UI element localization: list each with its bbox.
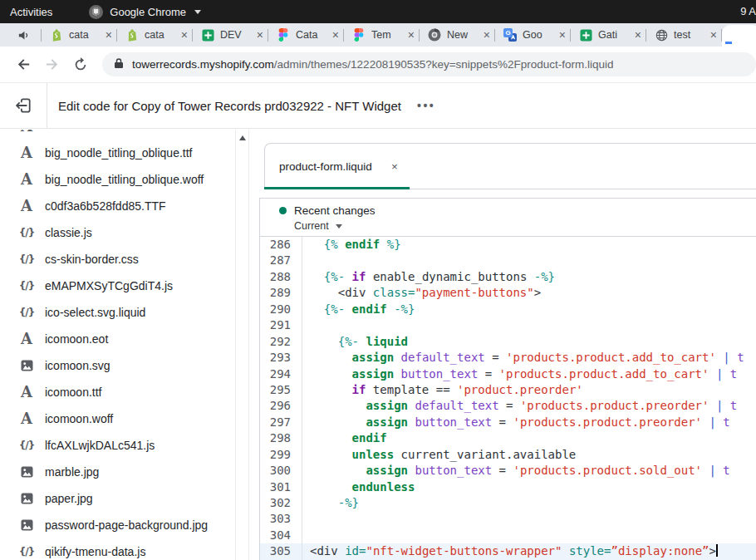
browser-tab[interactable]: DEV× bbox=[193, 23, 268, 47]
app-title-menu[interactable]: Google Chrome bbox=[89, 5, 201, 19]
url-bar[interactable]: towerrecords.myshopify.com/admin/themes/… bbox=[102, 52, 756, 76]
line-number: 290 bbox=[260, 302, 302, 317]
file-item[interactable]: {/}qikify-tmenu-data.js bbox=[0, 538, 235, 560]
code-file-icon: {/} bbox=[18, 307, 35, 317]
browser-tab[interactable]: Cata× bbox=[268, 23, 343, 47]
exit-code-editor-button[interactable] bbox=[0, 83, 47, 128]
file-name: password-page-background.jpg bbox=[45, 518, 208, 532]
line-number: 296 bbox=[260, 398, 302, 414]
code-line: 288 {%- if enable_dynamic_buttons -%} bbox=[260, 269, 756, 285]
font-file-icon: A bbox=[18, 385, 35, 400]
back-button[interactable] bbox=[16, 56, 32, 72]
code-line: 290 {%- endif -%} bbox=[260, 302, 756, 317]
line-number: 302 bbox=[260, 495, 302, 511]
tab-close-icon[interactable]: × bbox=[559, 29, 566, 41]
file-item[interactable]: Abig_noodle_titling_oblique.ttf bbox=[0, 140, 235, 166]
sidebar-scrollbar[interactable] bbox=[235, 130, 249, 560]
file-item[interactable]: Abig_noodle_titling_oblique.woff bbox=[0, 166, 235, 193]
file-item[interactable]: icomoon.svg bbox=[0, 352, 235, 379]
scroll-up-arrow-icon[interactable] bbox=[239, 135, 246, 140]
file-item[interactable]: Aicomoon.eot bbox=[0, 326, 235, 352]
code-text: {%- endif -%} bbox=[302, 302, 756, 317]
url-text: towerrecords.myshopify.com/admin/themes/… bbox=[132, 58, 613, 71]
file-item[interactable]: {/}ico-select.svg.liquid bbox=[0, 299, 235, 326]
image-file-icon bbox=[18, 519, 35, 531]
file-name: cs-skin-border.css bbox=[45, 253, 139, 266]
browser-tab-strip: cata×cata×DEV×Cata×Tem×New×GGoo×Gati×tes… bbox=[0, 23, 756, 47]
file-item[interactable]: {/}eMAPMXSyTCgGdiT4.js bbox=[0, 273, 235, 299]
tab-close-icon[interactable]: × bbox=[181, 29, 188, 41]
code-line: 302 -%} bbox=[260, 495, 756, 511]
tab-close-icon[interactable]: × bbox=[257, 29, 263, 41]
more-actions-button[interactable]: ••• bbox=[417, 99, 435, 112]
file-list: AAbig_noodle_titling_oblique.ttfAbig_noo… bbox=[0, 130, 235, 560]
browser-tab[interactable]: Gati× bbox=[571, 23, 646, 47]
file-name: icomoon.svg bbox=[45, 359, 110, 372]
browser-tab[interactable]: cata× bbox=[42, 23, 116, 47]
url-domain: towerrecords.myshopify.com bbox=[132, 58, 274, 71]
tab-close-icon[interactable]: × bbox=[484, 29, 490, 41]
line-number: 305 bbox=[260, 543, 302, 559]
file-item-partial[interactable]: A bbox=[0, 130, 235, 140]
editor-tab-close-icon[interactable]: × bbox=[391, 160, 398, 173]
recent-changes-panel: Recent changes Current bbox=[259, 198, 756, 237]
tab-close-icon[interactable]: × bbox=[710, 29, 717, 41]
code-text: assign button_text = 'products.product.p… bbox=[302, 415, 756, 430]
active-tab-underline bbox=[264, 187, 410, 189]
code-line: 299 unless current_variant.available bbox=[260, 447, 756, 463]
tab-label: Tem bbox=[371, 29, 402, 41]
code-line: 303 bbox=[260, 511, 756, 527]
line-number: 299 bbox=[260, 447, 302, 463]
file-item[interactable]: {/}cs-skin-border.css bbox=[0, 246, 235, 273]
browser-tab[interactable]: GGoo× bbox=[495, 23, 570, 47]
forward-button[interactable] bbox=[44, 56, 60, 72]
url-path: /admin/themes/122208190535?key=snippets%… bbox=[274, 58, 614, 71]
code-line: 287 bbox=[260, 253, 756, 268]
browser-tab-active-partial[interactable] bbox=[722, 25, 756, 47]
file-item[interactable]: Aicomoon.woff bbox=[0, 405, 235, 432]
tab-label: test bbox=[674, 29, 704, 41]
code-text: assign default_text = 'products.product.… bbox=[302, 398, 756, 414]
code-editor[interactable]: 286 {% endif %}287288 {%- if enable_dyna… bbox=[259, 237, 756, 560]
browser-tab[interactable]: Tem× bbox=[344, 23, 419, 47]
tab-label: DEV bbox=[220, 29, 251, 41]
file-item[interactable]: password-page-background.jpg bbox=[0, 512, 235, 538]
editor-tab-bar: product-form.liquid × bbox=[264, 143, 756, 189]
chrome-gray-icon bbox=[428, 28, 441, 42]
code-file-icon: {/} bbox=[18, 281, 35, 291]
version-dropdown[interactable]: Current bbox=[294, 220, 756, 232]
page-header: Edit code for Copy of Tower Records prd0… bbox=[0, 83, 756, 129]
activities-button[interactable]: Activities bbox=[10, 6, 52, 18]
reload-button[interactable] bbox=[73, 57, 88, 72]
browser-tab[interactable]: test× bbox=[646, 23, 721, 47]
file-item[interactable]: Aicomoon.ttf bbox=[0, 379, 235, 405]
tab-close-icon[interactable]: × bbox=[332, 29, 339, 41]
code-line: 301 endunless bbox=[260, 479, 756, 495]
image-file-icon bbox=[18, 493, 35, 504]
code-file-icon: {/} bbox=[18, 547, 35, 557]
file-item[interactable]: {/}classie.js bbox=[0, 219, 235, 246]
file-item[interactable]: paper.jpg bbox=[0, 485, 235, 512]
tab-close-icon[interactable]: × bbox=[408, 29, 415, 41]
code-text: <div id="nft-widget-buttons-wrapper" sty… bbox=[302, 543, 756, 559]
sheet-icon bbox=[579, 28, 592, 42]
browser-toolbar: towerrecords.myshopify.com/admin/themes/… bbox=[0, 47, 756, 83]
font-file-icon: A bbox=[18, 199, 35, 214]
lock-icon[interactable] bbox=[114, 57, 124, 72]
file-item[interactable]: marble.jpg bbox=[0, 459, 235, 485]
editor-tab-product-form[interactable]: product-form.liquid × bbox=[265, 144, 410, 189]
page-title: Edit code for Copy of Tower Records prd0… bbox=[58, 99, 401, 113]
browser-tab[interactable]: cata× bbox=[117, 23, 192, 47]
file-item[interactable]: Ac0df3a6b528fdd85.TTF bbox=[0, 193, 235, 219]
code-line: 291 bbox=[260, 317, 756, 333]
line-number: 293 bbox=[260, 350, 302, 366]
tab-close-icon[interactable]: × bbox=[106, 29, 112, 41]
clock-label: 9 A bbox=[740, 5, 756, 17]
file-sidebar: AAbig_noodle_titling_oblique.ttfAbig_noo… bbox=[0, 130, 235, 560]
tab-close-icon[interactable]: × bbox=[635, 29, 641, 41]
file-item[interactable]: {/}lfcAXLwjkDALc541.js bbox=[0, 432, 235, 459]
figma-icon bbox=[277, 28, 290, 42]
tab-label: Goo bbox=[523, 29, 553, 41]
browser-tab[interactable]: New× bbox=[420, 23, 494, 47]
file-name: lfcAXLwjkDALc541.js bbox=[45, 439, 155, 452]
